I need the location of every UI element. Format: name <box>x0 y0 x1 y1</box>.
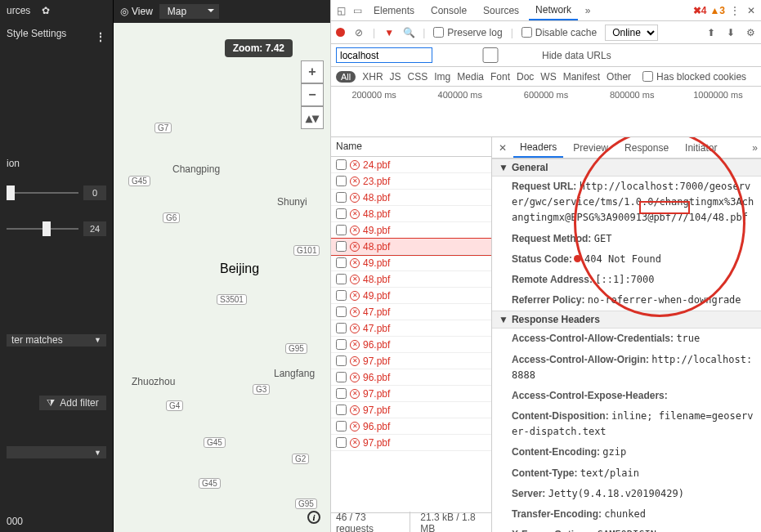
type-img[interactable]: Img <box>434 71 450 83</box>
record-icon[interactable] <box>336 28 345 37</box>
type-all[interactable]: All <box>336 71 356 83</box>
filter-icon[interactable]: ▼ <box>383 27 395 38</box>
inspect-icon[interactable]: ◱ <box>334 4 347 17</box>
road-label: G7 <box>154 123 172 133</box>
error-count[interactable]: ✖4 <box>693 5 707 16</box>
search-icon[interactable]: 🔍 <box>403 27 414 38</box>
city-label: Zhuozhou <box>132 376 175 387</box>
device-icon[interactable]: ▭ <box>351 4 364 17</box>
response-header-item: Content-Type: text/plain <box>492 463 761 484</box>
road-label: G101 <box>293 245 320 256</box>
request-row[interactable]: ✕96.pbf <box>331 418 491 435</box>
gear-icon[interactable]: ⚙ <box>745 27 756 38</box>
settings-icon[interactable]: ⋮ <box>728 4 741 17</box>
road-label: S3501 <box>217 294 247 305</box>
request-row[interactable]: ✕49.pbf <box>331 288 491 304</box>
request-row[interactable]: ✕96.pbf <box>331 337 491 353</box>
filter-icon: ⧩ <box>47 397 55 409</box>
request-row[interactable]: ✕24.pbf <box>331 157 491 173</box>
download-icon[interactable]: ⬇ <box>725 27 736 38</box>
clear-icon[interactable]: ⊘ <box>353 27 365 38</box>
request-method: Request Method: GET <box>492 229 761 249</box>
throttle-select[interactable]: Online <box>605 25 658 41</box>
zoom-indicator: Zoom: 7.42 <box>225 39 293 57</box>
request-row[interactable]: ✕49.pbf <box>331 255 491 271</box>
add-filter-button[interactable]: ⧩ Add filter <box>39 396 106 411</box>
request-row[interactable]: ✕47.pbf <box>331 320 491 337</box>
type-font[interactable]: Font <box>490 71 510 83</box>
type-xhr[interactable]: XHR <box>362 71 383 83</box>
zoom-reset-button[interactable]: ▴▾ <box>301 106 324 129</box>
tab-console[interactable]: Console <box>424 2 473 20</box>
type-manifest[interactable]: Manifest <box>563 71 600 83</box>
tab-response[interactable]: Response <box>618 139 675 157</box>
kebab-icon[interactable]: ⋮ <box>96 31 106 42</box>
request-row[interactable]: ✕48.pbf <box>331 206 491 222</box>
section-general[interactable]: ▼ General <box>492 159 761 177</box>
upload-icon[interactable]: ⬆ <box>705 27 717 38</box>
network-timeline[interactable]: 200000 ms 400000 ms 600000 ms 800000 ms … <box>331 87 761 137</box>
request-row[interactable]: ✕49.pbf <box>331 222 491 239</box>
request-row[interactable]: ✕97.pbf <box>331 435 491 451</box>
request-row[interactable]: ✕48.pbf <box>331 239 491 255</box>
request-row[interactable]: ✕48.pbf <box>331 190 491 206</box>
request-row[interactable]: ✕23.pbf <box>331 173 491 190</box>
request-row[interactable]: ✕97.pbf <box>331 353 491 369</box>
request-row[interactable]: ✕47.pbf <box>331 304 491 320</box>
response-header-item: Content-Disposition: inline; filename=ge… <box>492 406 761 442</box>
slider-2[interactable]: 24 <box>7 221 106 236</box>
info-icon[interactable]: i <box>307 511 320 524</box>
response-header-item: X-Frame-Options: SAMEORIGIN <box>492 525 761 532</box>
map-type-select[interactable]: Map <box>159 4 219 19</box>
road-label: G6 <box>163 212 180 223</box>
tab-preview[interactable]: Preview <box>566 139 615 157</box>
type-media[interactable]: Media <box>457 71 484 83</box>
slider-1[interactable]: 0 <box>7 186 106 200</box>
request-row[interactable]: ✕97.pbf <box>331 386 491 402</box>
name-header[interactable]: Name <box>331 137 491 157</box>
tab-initiator[interactable]: Initiator <box>678 139 723 157</box>
type-css[interactable]: CSS <box>408 71 428 83</box>
error-status-icon: ✕ <box>350 356 360 366</box>
tab-sources[interactable]: Sources <box>477 2 526 20</box>
more-detail-tabs-icon[interactable]: » <box>752 142 758 154</box>
zoom-in-button[interactable]: + <box>301 60 324 83</box>
road-label: G95 <box>295 498 317 509</box>
request-details: ✕ Headers Preview Response Initiator » ▼… <box>492 137 761 532</box>
network-filter-row: Hide data URLs <box>331 44 761 67</box>
request-row[interactable]: ✕48.pbf <box>331 271 491 288</box>
error-status-icon: ✕ <box>350 209 360 219</box>
response-header-item: Transfer-Encoding: chunked <box>492 504 761 525</box>
close-details-icon[interactable]: ✕ <box>495 142 510 154</box>
request-row[interactable]: ✕97.pbf <box>331 402 491 418</box>
disable-cache-checkbox[interactable]: Disable cache <box>522 27 597 38</box>
city-label: Beijing <box>220 262 259 276</box>
error-status-icon: ✕ <box>350 405 360 415</box>
preserve-log-checkbox[interactable]: Preserve log <box>433 27 502 38</box>
more-tabs-icon[interactable]: » <box>581 4 594 17</box>
tab-elements[interactable]: Elements <box>367 2 421 20</box>
type-js[interactable]: JS <box>390 71 401 83</box>
city-label: Langfang <box>274 368 315 379</box>
type-other[interactable]: Other <box>607 71 631 83</box>
section-response-headers[interactable]: ▼ Response Headers <box>492 311 761 329</box>
type-doc[interactable]: Doc <box>517 71 534 83</box>
response-header-item: Content-Encoding: gzip <box>492 442 761 463</box>
tab-headers[interactable]: Headers <box>513 138 563 158</box>
type-ws[interactable]: WS <box>540 71 556 83</box>
status-dot-icon <box>574 255 581 262</box>
hide-data-urls-checkbox[interactable]: Hide data URLs <box>442 47 611 63</box>
tab-network[interactable]: Network <box>529 1 578 20</box>
close-icon[interactable]: ✕ <box>745 4 758 17</box>
request-row[interactable]: ✕96.pbf <box>331 369 491 386</box>
filter-matches-dropdown[interactable]: ter matches▼ <box>7 334 106 346</box>
zoom-out-button[interactable]: − <box>301 83 324 106</box>
network-toolbar: ⊘ | ▼ 🔍 | Preserve log | Disable cache O… <box>331 21 761 44</box>
blocked-cookies-checkbox[interactable]: Has blocked cookies <box>642 71 746 83</box>
warning-count[interactable]: ▲3 <box>710 5 725 16</box>
more-dropdown[interactable]: ▼ <box>7 446 106 458</box>
sidebar-item-sources[interactable]: urces <box>7 5 30 16</box>
error-status-icon: ✕ <box>350 177 360 186</box>
sidebar-item-style[interactable]: Style Settings <box>7 28 66 39</box>
filter-input[interactable] <box>336 47 432 63</box>
